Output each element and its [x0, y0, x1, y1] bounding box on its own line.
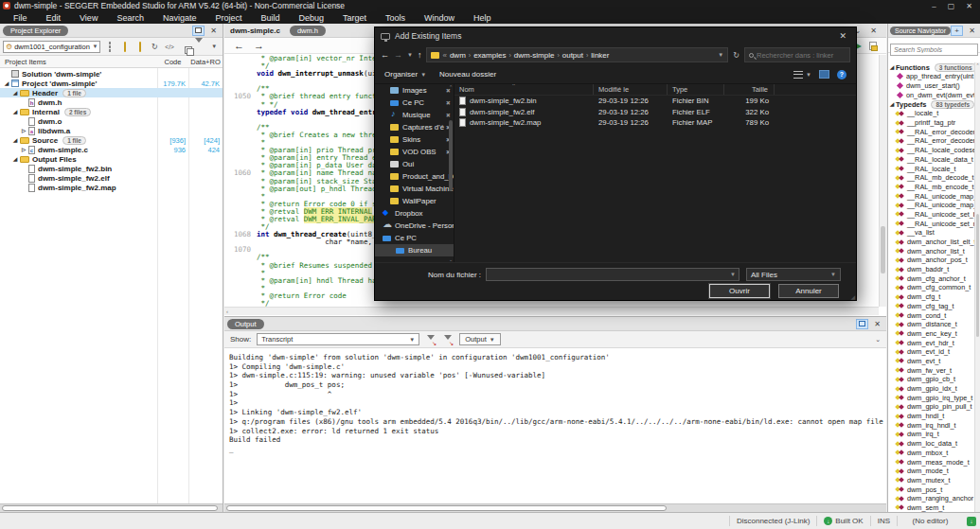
sidebar-item-wallpaper[interactable]: WallPaper	[375, 195, 454, 207]
minimize-button[interactable]: –	[932, 2, 935, 10]
typedef-item[interactable]: __RAL_locale_t	[888, 164, 974, 173]
code-icon[interactable]: </>	[164, 44, 175, 50]
menu-build[interactable]: Build	[251, 13, 289, 23]
file-row[interactable]: dwm-simple_fw2.map29-03-19 12:26Fichier …	[454, 117, 856, 129]
close-editor-button[interactable]: ✕	[870, 26, 877, 35]
expander-icon[interactable]: ▷	[20, 147, 27, 152]
column-name[interactable]: Nom⌃	[454, 84, 594, 95]
tree-row[interactable]: dwm-simple_fw2.elf	[0, 173, 223, 183]
tree-row[interactable]: ◢Internal2 files	[0, 107, 223, 116]
chevron-down-icon[interactable]: ▼	[407, 52, 413, 58]
typedef-item[interactable]: dwm_ranging_anchor	[888, 494, 974, 503]
build-transcript[interactable]: Building 'dwm-simple' from solution 'dwm…	[224, 349, 886, 503]
menu-project[interactable]: Project	[205, 13, 251, 23]
breadcrumb-item-examples[interactable]: examples	[473, 51, 506, 60]
scrollbar-thumb[interactable]	[976, 214, 979, 337]
refresh-symbols-button[interactable]: +	[951, 26, 963, 36]
function-item[interactable]: app_thread_entry(uint	[888, 72, 974, 81]
file-row[interactable]: dwm-simple_fw2.elf29-03-19 12:26Fichier …	[454, 107, 856, 118]
dock-window-button[interactable]	[192, 26, 205, 36]
typedef-item[interactable]: dwm_gpio_irq_type_t	[888, 393, 974, 402]
typedef-item[interactable]: dwm_anchor_list_elt_t	[888, 238, 974, 247]
configuration-select[interactable]: ⚙ dwm1001_configuration ▼	[3, 41, 100, 53]
typedef-item[interactable]: dwm_pos_t	[888, 485, 974, 494]
scrollbar-thumb[interactable]	[449, 120, 453, 191]
sidebar-item-product-and-de[interactable]: Product_and_De	[375, 170, 454, 183]
typedef-item[interactable]: dwm_distance_t	[888, 320, 974, 329]
filter-icon[interactable]	[194, 43, 205, 51]
typedef-item[interactable]: dwm_gpio_cb_t	[888, 375, 974, 384]
menu-search[interactable]: Search	[107, 13, 153, 23]
menu-edit[interactable]: Edit	[37, 13, 71, 23]
expander-icon[interactable]: ◢	[11, 90, 19, 96]
typedef-item[interactable]: dwm_meas_mode_t	[888, 457, 974, 467]
menu-target[interactable]: Target	[333, 13, 376, 23]
typedef-item[interactable]: __printf_tag_ptr	[888, 118, 974, 128]
breadcrumb-item-dwm-simple[interactable]: dwm-simple	[514, 51, 555, 60]
project-tree[interactable]: Solution 'dwm-simple'◢Project 'dwm-simpl…	[0, 69, 223, 503]
dock-window-button[interactable]	[856, 319, 868, 329]
typedef-item[interactable]: dwm_evt_t	[888, 357, 974, 366]
filter-errors-icon[interactable]	[425, 335, 437, 344]
tree-row[interactable]: ◢Output Files	[0, 154, 223, 164]
open-button[interactable]: Ouvrir	[709, 284, 770, 298]
symbol-search-input[interactable]	[890, 44, 978, 56]
filter-warnings-icon[interactable]	[442, 335, 454, 344]
tab-dwm-simple-c[interactable]: dwm-simple.c	[230, 26, 280, 35]
tab-dwm-h[interactable]: dwm.h	[290, 26, 326, 36]
breadcrumb-item-linker[interactable]: linker	[591, 51, 609, 60]
function-item[interactable]: dwm_user_start()	[888, 81, 974, 91]
tree-row[interactable]: dwm-simple_fw2.map	[0, 183, 223, 192]
sidebar-item-ce-pc[interactable]: Ce PC	[375, 232, 454, 244]
typedef-item[interactable]: __RAL_unicode_map_t	[888, 191, 974, 201]
typedef-item[interactable]: dwm_cond_t	[888, 310, 974, 320]
typedef-item[interactable]: dwm_mbox_t	[888, 449, 974, 458]
editor-horizontal-scrollbar[interactable]: ‹	[224, 307, 879, 315]
chevron-down-icon[interactable]: ▼	[718, 52, 723, 58]
typedef-item[interactable]: __RAL_error_decoder_t	[888, 127, 974, 136]
modified-file-icon[interactable]	[869, 42, 877, 50]
sidebar-scrollbar[interactable]: ⌃⌄	[448, 84, 454, 262]
folder-options-icon[interactable]	[134, 43, 146, 51]
typedef-item[interactable]: __RAL_mb_decode_t	[888, 173, 974, 183]
typedef-item[interactable]: dwm_loc_data_t	[888, 439, 974, 449]
tree-row[interactable]: ▷cdwm-simple.c936424	[0, 145, 223, 154]
typedef-item[interactable]: __locale_t	[888, 109, 974, 118]
close-panel-button[interactable]: ✕	[207, 26, 220, 36]
column-modified[interactable]: Modifié le	[594, 84, 668, 95]
breadcrumb[interactable]: «dwm›examples›dwm-simple›output›linker▼	[426, 47, 728, 62]
sidebar-item-onedrive-persor[interactable]: OneDrive - Persor	[375, 220, 454, 232]
close-panel-button[interactable]: ✕	[871, 319, 883, 329]
typedef-item[interactable]: dwm_evt_id_t	[888, 347, 974, 357]
open-folder-icon[interactable]	[119, 43, 131, 51]
column-code[interactable]: Code	[157, 58, 188, 66]
tree-row[interactable]: ◢Project 'dwm-simple'179.7K42.7K	[0, 79, 223, 88]
resize-grip[interactable]: ◢	[850, 293, 855, 300]
breadcrumb-item-dwm[interactable]: dwm	[450, 51, 466, 60]
tree-row[interactable]: Solution 'dwm-simple'	[0, 69, 223, 79]
sidebar-item-captures-d-[interactable]: Captures d'é✚	[375, 121, 454, 133]
sidebar-item-skins[interactable]: Skins✚	[375, 133, 454, 146]
typedef-item[interactable]: dwm_hndl_t	[888, 412, 974, 421]
sidebar-item-virtual-machine[interactable]: Virtual Machine	[375, 183, 454, 195]
expander-icon[interactable]: ◢	[888, 101, 896, 107]
typedef-item[interactable]: __RAL_locale_data_t	[888, 155, 974, 165]
menu-file[interactable]: File	[4, 13, 37, 23]
menu-debug[interactable]: Debug	[289, 13, 333, 23]
typedef-item[interactable]: dwm_baddr_t	[888, 265, 974, 274]
new-folder-button[interactable]: Nouveau dossier	[439, 70, 496, 79]
expander-icon[interactable]: ◢	[11, 137, 19, 143]
expander-icon[interactable]: ▷	[20, 128, 27, 133]
organize-button[interactable]: Organiser ▼	[384, 70, 426, 79]
typedef-item[interactable]: dwm_gpio_idx_t	[888, 384, 974, 394]
typedef-item[interactable]: dwm_mutex_t	[888, 476, 974, 485]
typedef-item[interactable]: dwm_sem_t	[888, 503, 974, 512]
breadcrumb-item-output[interactable]: output	[562, 51, 583, 60]
column-type[interactable]: Type	[668, 84, 724, 95]
horizontal-scrollbar[interactable]	[0, 503, 223, 512]
dialog-search-input[interactable]	[757, 51, 846, 60]
filename-input[interactable]: ▼	[486, 268, 739, 281]
preview-pane-button[interactable]	[819, 70, 829, 79]
tree-row[interactable]: ◢Source1 file[936][424]	[0, 135, 223, 145]
refresh-icon[interactable]: ↻	[733, 51, 739, 60]
